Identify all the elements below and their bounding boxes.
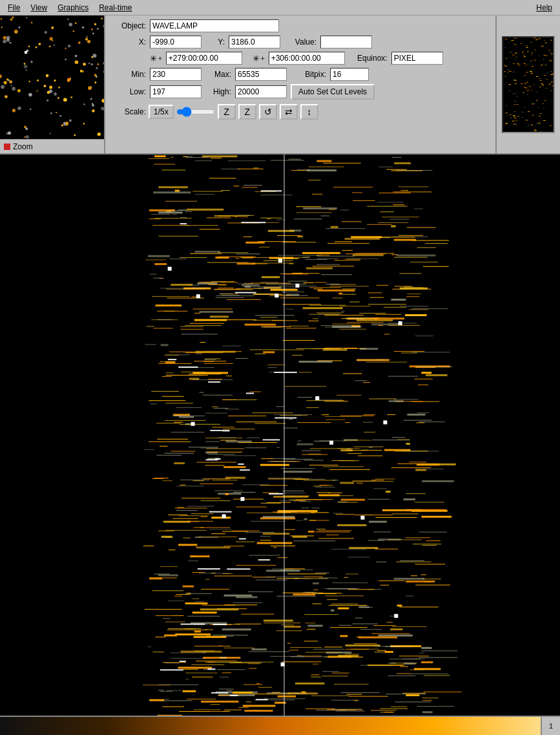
ra-input[interactable]	[166, 52, 242, 65]
zoom-cursor	[25, 51, 27, 54]
top-panel: Zoom Object: X: Y: Value: ✳+ ✳+	[0, 16, 560, 154]
zoom-color-indicator	[4, 144, 10, 150]
high-input[interactable]	[235, 85, 287, 98]
low-label: Low:	[110, 87, 146, 96]
thumbnail-image	[502, 36, 555, 133]
low-input[interactable]	[150, 85, 202, 98]
lowhigh-row: Low: High: Auto Set Cut Levels	[110, 84, 490, 100]
equinox-input[interactable]	[391, 52, 443, 65]
x-input[interactable]	[150, 36, 202, 48]
object-row: Object:	[110, 19, 490, 32]
menu-graphics[interactable]: Graphics	[52, 2, 94, 14]
zoom-canvas	[0, 16, 104, 139]
controls-panel: Object: X: Y: Value: ✳+ ✳+ Equinox:	[105, 16, 495, 153]
minmax-row: Min: Max: Bitpix:	[110, 68, 490, 81]
menu-file[interactable]: File	[3, 2, 25, 14]
flip-y-button[interactable]: ↕	[300, 104, 318, 120]
value-label: Value:	[284, 37, 316, 47]
x-label: X:	[110, 37, 146, 47]
dec-symbol: ✳+	[253, 54, 265, 63]
max-input[interactable]	[235, 68, 287, 81]
status-number: 1	[541, 717, 560, 735]
zoom-preview-canvas	[0, 16, 104, 138]
y-label: Y:	[205, 37, 225, 47]
max-label: Max:	[205, 70, 231, 79]
value-input[interactable]	[320, 36, 372, 48]
xy-row: X: Y: Value:	[110, 36, 490, 48]
auto-set-levels-button[interactable]: Auto Set Cut Levels	[291, 84, 375, 100]
menu-help[interactable]: Help	[531, 2, 557, 14]
bitpix-input[interactable]	[330, 68, 369, 81]
zoom-out-button[interactable]: Z	[218, 104, 236, 120]
menu-view[interactable]: View	[25, 2, 52, 14]
thumbnail-panel	[495, 16, 560, 153]
dec-input[interactable]	[269, 52, 345, 65]
spectral-image-container[interactable]	[0, 154, 560, 716]
zoom-panel: Zoom	[0, 16, 105, 153]
equinox-label: Equinox:	[349, 54, 388, 63]
zoom-text: Zoom	[13, 142, 33, 151]
zoom-in-button[interactable]: Z	[238, 104, 256, 120]
scale-slider[interactable]	[176, 107, 215, 117]
y-input[interactable]	[229, 36, 280, 48]
scale-value-button[interactable]: 1/5x	[149, 105, 174, 119]
object-input[interactable]	[150, 19, 279, 32]
object-label: Object:	[110, 21, 146, 30]
ra-symbol: ✳+	[150, 54, 162, 63]
menubar: File View Graphics Real-time Help	[0, 0, 560, 16]
status-bar: 1	[0, 716, 560, 735]
color-scale-gradient	[0, 717, 541, 735]
scale-label: Scale:	[110, 107, 146, 116]
scale-row: Scale: 1/5x Z Z ↺ ⇄ ↕	[110, 103, 490, 120]
bitpix-label: Bitpix:	[291, 70, 326, 79]
refresh-button[interactable]: ↺	[259, 104, 277, 120]
spectral-canvas	[0, 154, 560, 716]
zoom-label: Zoom	[0, 139, 104, 153]
min-input[interactable]	[150, 68, 202, 81]
menu-realtime[interactable]: Real-time	[94, 2, 137, 14]
flip-x-button[interactable]: ⇄	[280, 104, 298, 120]
radec-row: ✳+ ✳+ Equinox:	[110, 52, 490, 65]
high-label: High:	[205, 87, 231, 96]
thumbnail-canvas	[503, 37, 555, 133]
min-label: Min:	[110, 70, 146, 79]
